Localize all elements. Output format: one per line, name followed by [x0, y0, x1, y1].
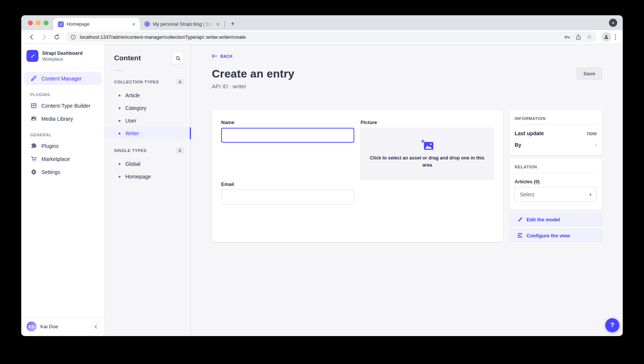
new-tab-button[interactable]: + — [228, 19, 238, 29]
name-input[interactable] — [221, 128, 354, 143]
configure-view-button[interactable]: Configure the view — [509, 229, 602, 242]
reload-button[interactable] — [51, 32, 62, 42]
sidebar-footer: KD Kai Doe — [21, 317, 104, 336]
close-tab-icon[interactable]: × — [216, 21, 220, 28]
articles-relation-label: Articles (0) — [515, 179, 597, 184]
sidebar-item-label: Media Library — [41, 116, 73, 122]
search-icon — [175, 56, 181, 61]
cart-icon — [30, 156, 37, 162]
subnav-item-article[interactable]: Article — [105, 89, 191, 101]
zoom-window-button[interactable] — [44, 20, 48, 25]
site-info-icon[interactable] — [70, 34, 76, 40]
password-key-icon[interactable] — [564, 34, 570, 40]
subnav-item-category[interactable]: Category — [105, 102, 191, 114]
subnav-title: Content — [114, 54, 141, 62]
api-id-subtitle: API ID : writer — [212, 83, 294, 89]
back-link[interactable]: BACK — [212, 54, 233, 58]
image-icon — [30, 115, 37, 122]
bullet-icon — [119, 95, 120, 96]
bullet-icon — [119, 163, 120, 165]
puzzle-icon — [30, 143, 37, 149]
close-window-button[interactable] — [28, 20, 33, 25]
browser-toolbar: localhost:1337/admin/content-manager/col… — [21, 30, 623, 44]
minimize-window-button[interactable] — [36, 20, 41, 25]
bullet-icon — [119, 120, 120, 122]
subnav-item-writer[interactable]: Writer — [105, 127, 191, 139]
collapse-sidebar-button[interactable] — [92, 322, 99, 332]
entry-form-card: Name Picture Click to select — [212, 110, 503, 242]
divider — [515, 173, 597, 173]
bullet-icon — [119, 176, 120, 178]
select-value: Select — [520, 192, 534, 197]
workspace-brand[interactable]: Strapi Dashboard Workplace — [21, 44, 104, 68]
address-bar[interactable]: localhost:1337/admin/content-manager/col… — [66, 32, 596, 42]
main-sidebar: Strapi Dashboard Workplace Content Manag… — [21, 44, 105, 336]
subnav-item-label: User — [125, 118, 136, 124]
collection-types-label: COLLECTION TYPES — [114, 80, 159, 84]
strapi-admin: Strapi Dashboard Workplace Content Manag… — [21, 44, 623, 336]
picture-label: Picture — [361, 120, 494, 125]
email-input[interactable] — [221, 190, 354, 205]
relation-title: RELATION — [515, 165, 597, 169]
main-content: BACK Create an entry API ID : writer Sav… — [191, 44, 623, 336]
name-label: Name — [221, 120, 354, 125]
tab-homepage[interactable]: Homepage × — [53, 18, 140, 30]
information-title: INFORMATION — [515, 116, 597, 121]
bookmark-star-icon[interactable]: ☆ — [587, 34, 592, 40]
strapi-logo-icon — [26, 50, 38, 62]
browser-menu-button[interactable] — [615, 34, 616, 40]
sidebar-section-label: GENERAL — [21, 125, 104, 139]
dropzone-text: Click to select an asset or drag and dro… — [370, 155, 485, 169]
window-controls — [28, 20, 48, 25]
forward-button[interactable] — [39, 32, 49, 42]
arrow-left-icon — [212, 54, 217, 58]
user-avatar[interactable]: KD — [26, 322, 37, 332]
chevron-down-icon: ▾ — [612, 21, 614, 25]
subnav-item-label: Homepage — [125, 174, 151, 180]
articles-select[interactable]: Select ▾ — [515, 187, 597, 202]
browser-profile-button[interactable] — [601, 32, 611, 42]
sidebar-item-label: Content Manager — [41, 76, 82, 82]
sidebar-item-settings[interactable]: Settings — [21, 165, 104, 178]
user-name: Kai Doe — [40, 324, 58, 329]
sidebar-item-label: Settings — [41, 169, 60, 175]
info-row-last-update: Last update now — [515, 130, 597, 136]
tab-strip: Homepage × My personal Strapi blog | Str… — [21, 15, 623, 30]
tab-blog[interactable]: My personal Strapi blog | Strap × — [140, 18, 224, 30]
email-label: Email — [221, 181, 354, 187]
search-button[interactable] — [172, 52, 184, 64]
relation-card: RELATION Articles (0) Select ▾ — [509, 158, 602, 210]
side-panel: INFORMATION Last update now By - RELATIO… — [509, 110, 602, 242]
subnav-item-global[interactable]: Global — [105, 158, 191, 170]
picture-field: Picture Click to select an asset or drag… — [361, 120, 494, 233]
content-subnav: Content COLLECTION TYPES 4 Article Categ… — [105, 44, 191, 336]
url-text[interactable]: localhost:1337/admin/content-manager/col… — [80, 34, 560, 40]
sidebar-item-plugins[interactable]: Plugins — [21, 139, 104, 152]
sidebar-item-content-manager[interactable]: Content Manager — [24, 72, 101, 85]
close-tab-icon[interactable]: × — [132, 21, 136, 28]
tab-search-button[interactable]: ▾ — [609, 19, 617, 27]
edit-model-button[interactable]: Edit the model — [509, 213, 602, 226]
page-title: Create an entry — [212, 67, 294, 80]
tab-title: My personal Strapi blog | Strap — [153, 22, 213, 27]
subnav-item-label: Article — [125, 92, 140, 98]
pencil-icon — [518, 217, 523, 222]
subnav-item-homepage[interactable]: Homepage — [105, 171, 191, 183]
info-row-by: By - — [515, 142, 597, 148]
information-card: INFORMATION Last update now By - — [509, 110, 602, 155]
save-button[interactable]: Save — [577, 67, 602, 80]
sidebar-item-marketplace[interactable]: Marketplace — [21, 152, 104, 165]
sidebar-item-content-type-builder[interactable]: Content-Type Builder — [21, 99, 104, 112]
divider — [114, 70, 123, 71]
share-icon[interactable] — [575, 34, 581, 40]
sidebar-item-label: Marketplace — [41, 156, 70, 162]
help-button[interactable]: ? — [605, 318, 619, 332]
single-types-count-badge: 2 — [176, 148, 184, 153]
back-button[interactable] — [26, 32, 37, 42]
picture-plus-icon — [421, 139, 434, 150]
picture-dropzone[interactable]: Click to select an asset or drag and dro… — [361, 128, 494, 180]
bullet-icon — [119, 133, 120, 134]
sidebar-section-label: PLUGINS — [21, 85, 104, 99]
sidebar-item-media-library[interactable]: Media Library — [21, 112, 104, 125]
subnav-item-user[interactable]: User — [105, 115, 191, 127]
